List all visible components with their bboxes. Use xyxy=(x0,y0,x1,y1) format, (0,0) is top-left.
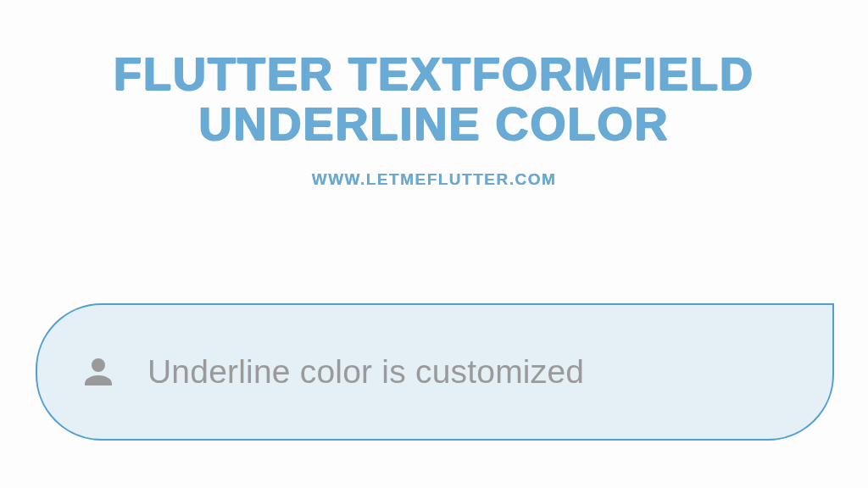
site-url: WWW.LETMEFLUTTER.COM xyxy=(312,170,557,189)
person-icon xyxy=(78,352,119,392)
title-line-2: UNDERLINE COLOR xyxy=(114,98,754,148)
svg-point-0 xyxy=(92,358,105,372)
title-line-1: FLUTTER TEXTFORMFIELD xyxy=(114,48,754,98)
field-placeholder: Underline color is customized xyxy=(147,353,584,391)
page-title: FLUTTER TEXTFORMFIELD UNDERLINE COLOR xyxy=(114,48,754,149)
text-form-field[interactable]: Underline color is customized xyxy=(36,303,834,441)
